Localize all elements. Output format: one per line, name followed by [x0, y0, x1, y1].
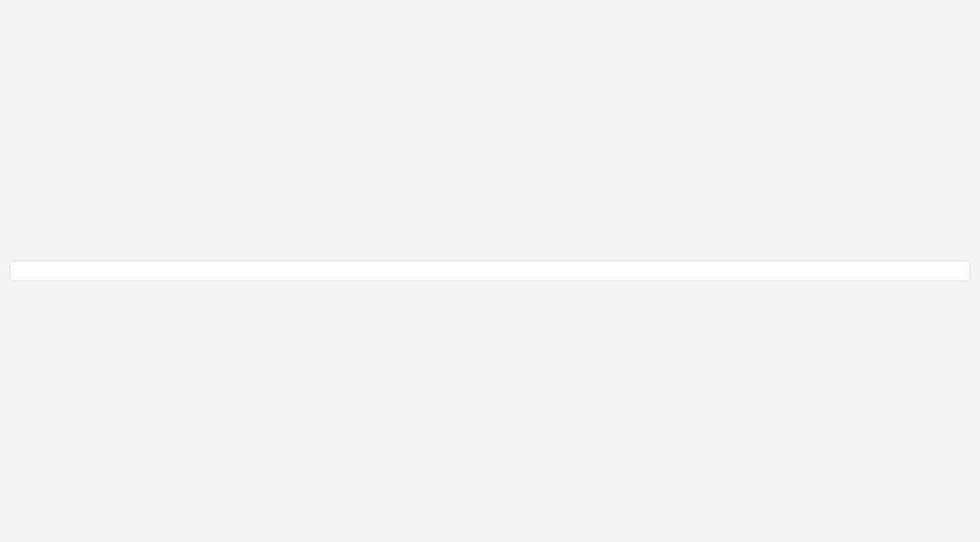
icon-grid-container: [10, 260, 970, 282]
